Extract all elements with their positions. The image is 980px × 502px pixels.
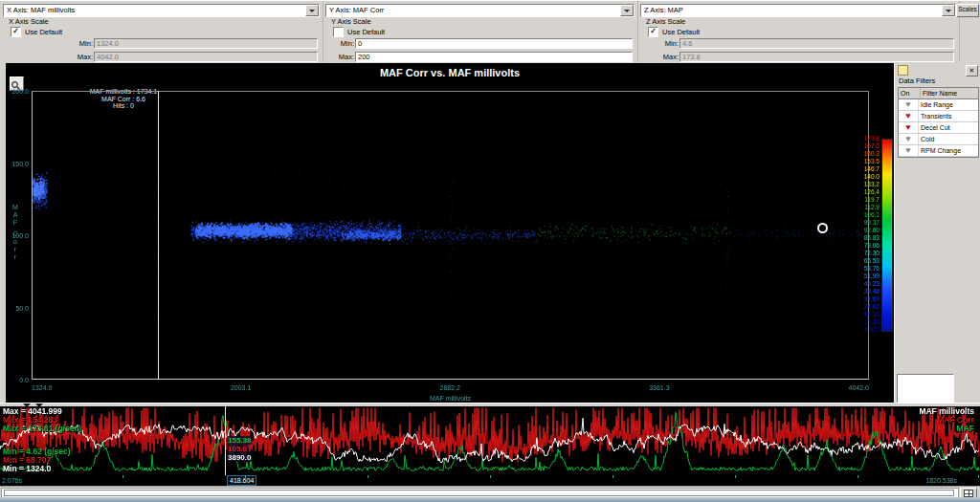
plot-title: MAF Corr vs. MAF millivolts	[6, 67, 894, 78]
plot-cursor-line[interactable]	[158, 91, 159, 380]
filter-name: RPM Change	[919, 145, 978, 156]
x-use-default-label: Use Default	[25, 28, 62, 36]
colorbar-gradient	[881, 139, 893, 332]
time-tick	[490, 475, 491, 478]
x-tick-label: 4042.0	[849, 384, 869, 391]
colorbar-tick-label: 18.16	[847, 312, 880, 318]
filter-row[interactable]: ♥Idle Range	[899, 99, 978, 111]
selected-point-marker	[817, 223, 828, 233]
filter-row[interactable]: ♥Decel Cut	[899, 122, 978, 134]
z-axis-combobox[interactable]: Z Axis: MAP	[640, 4, 956, 17]
z-max-input[interactable]: 173.8	[679, 52, 954, 62]
colorbar-tick-label: 65.53	[847, 258, 880, 265]
strip-chart-canvas[interactable]	[0, 406, 980, 475]
x-axis-combobox[interactable]: X Axis: MAF millivolts	[3, 4, 320, 17]
x-min-input[interactable]: 1324.0	[94, 38, 318, 49]
time-start-label: 2.076s	[2, 476, 22, 485]
z-use-default-checkbox[interactable]: ✓	[648, 27, 658, 37]
y-axis-label-char: r	[11, 246, 19, 253]
time-tick	[612, 475, 613, 478]
y-axis-label-char: F	[11, 219, 19, 227]
x-min-label: Min:	[0, 39, 93, 48]
dropdown-arrow-icon[interactable]	[305, 5, 319, 16]
cursor-time-label: 418.604	[227, 475, 256, 486]
time-series-strip-chart[interactable]: Max = 4041.999Max = 154.283Max = 173.81 …	[0, 406, 980, 475]
strip-min-label: Min = 1324.0	[3, 465, 51, 473]
colorbar-tick-label: 112.9	[847, 205, 880, 211]
time-tick	[858, 475, 858, 478]
y-axis-label-char: r	[11, 253, 19, 261]
y-axis-label-char: A	[11, 211, 19, 219]
x-max-input[interactable]: 4042.0	[94, 52, 318, 62]
filter-name: Decel Cut	[919, 122, 978, 133]
time-tick	[122, 475, 123, 478]
x-axis-section: X Axis: MAF millivolts X Axis Scale ✓ Us…	[0, 1, 323, 62]
close-icon[interactable]: ✕	[966, 65, 978, 76]
y-tick-label: 200.0	[6, 88, 29, 95]
y-axis-section: Y Axis: MAF Corr Y Axis Scale Use Defaul…	[323, 1, 638, 62]
y-tick-label: 150.0	[6, 161, 29, 167]
colorbar-tick-label: 31.69	[847, 296, 880, 303]
panel-note-icon[interactable]	[898, 65, 908, 76]
y-axis-combobox[interactable]: Y Axis: MAF Corr	[325, 4, 635, 17]
y-axis-label-char: M	[11, 204, 19, 211]
colorbar-tick-label: 92.60	[847, 228, 880, 234]
scatter-plot-panel[interactable]: MAF Corr vs. MAF millivolts MAF millivol…	[6, 63, 894, 403]
heart-toggle-icon[interactable]: ♥	[905, 99, 910, 109]
strip-cursor-line[interactable]	[225, 406, 226, 475]
y-axis-label-char: C	[11, 230, 19, 238]
heart-toggle-icon[interactable]: ♥	[905, 122, 910, 132]
colorbar-tick-label: 140.0	[847, 174, 880, 181]
heart-toggle-icon[interactable]: ♥	[905, 145, 910, 155]
colorbar-tick-label: 146.7	[847, 166, 880, 173]
z-axis-scale-title: Z Axis Scale	[646, 17, 685, 26]
x-tick-label: 1324.0	[32, 384, 52, 391]
colorbar-tick-label: 153.5	[847, 159, 880, 165]
y-max-label: Max:	[323, 53, 354, 61]
colorbar-tick-label: 160.3	[847, 151, 880, 158]
heart-toggle-icon[interactable]: ♥	[905, 111, 910, 120]
y-max-input[interactable]: 200	[355, 52, 633, 62]
colorbar-tick-label: 45.23	[847, 281, 880, 288]
filter-row[interactable]: ♥Transients	[899, 111, 978, 122]
x-tick-label: 2003.1	[231, 384, 251, 391]
dropdown-arrow-icon[interactable]	[942, 5, 955, 16]
y-axis-label: MAF Corr	[11, 204, 19, 261]
z-max-label: Max:	[637, 53, 679, 61]
filter-row[interactable]: ♥RPM Change	[899, 145, 978, 157]
data-filters-panel: ✕ Data Filters On Filter Name ♥Idle Rang…	[894, 63, 980, 403]
time-tick	[978, 475, 979, 478]
x-axis-combo-text: X Axis: MAF millivolts	[7, 6, 75, 14]
heart-toggle-icon[interactable]: ♥	[905, 134, 910, 143]
colorbar-tick-label: 51.99	[847, 273, 880, 280]
z-min-input[interactable]: 4.6	[679, 38, 954, 49]
colorbar-tick-label: 72.30	[847, 251, 880, 257]
y-min-input[interactable]: 0	[355, 38, 633, 49]
colorbar-tick-label: 38.46	[847, 289, 880, 295]
scrollbar-thumb[interactable]	[4, 490, 954, 496]
colorbar-tick-label: 24.92	[847, 304, 880, 311]
dropdown-arrow-icon[interactable]	[620, 5, 634, 16]
z-axis-section: Z Axis: MAP Z Axis Scale ✓ Use Default M…	[637, 1, 960, 62]
window-bottom-edge	[0, 497, 980, 502]
strip-cursor-value: 105.0	[227, 445, 248, 453]
filter-name: Transients	[919, 111, 978, 121]
strip-legend-label: MAF	[957, 425, 974, 433]
y-axis-label-char: o	[11, 238, 19, 246]
y-axis-scale-title: Y Axis Scale	[331, 17, 371, 26]
time-tick	[245, 475, 246, 478]
colorbar-tick-label: 173.8	[847, 136, 880, 142]
colorbar-tick-label: 85.83	[847, 235, 880, 242]
y-use-default-checkbox[interactable]	[333, 27, 344, 37]
scales-button[interactable]: Scales	[956, 4, 979, 17]
filters-col-name: Filter Name	[921, 88, 978, 98]
filter-row[interactable]: ♥Cold	[899, 134, 978, 145]
filters-table: On Filter Name ♥Idle Range♥Transients♥De…	[898, 87, 979, 158]
time-tick	[368, 475, 368, 478]
y-use-default-label: Use Default	[347, 28, 385, 36]
y-axis-combo-text: Y Axis: MAF Corr	[329, 6, 384, 14]
x-tick-label: 2682.2	[440, 384, 460, 391]
filters-empty-box	[897, 374, 954, 404]
strip-cursor-value: 155.38	[227, 436, 252, 445]
x-use-default-checkbox[interactable]: ✓	[11, 27, 21, 37]
